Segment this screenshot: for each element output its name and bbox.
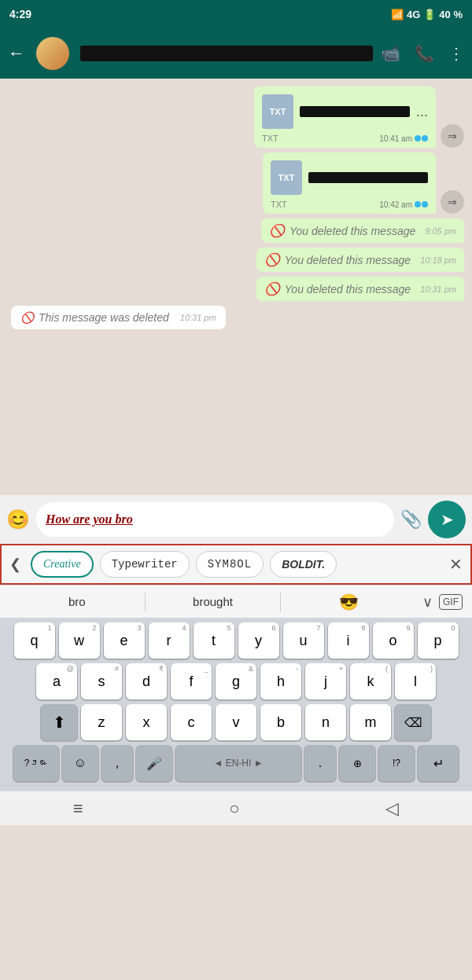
bottom-nav: ≡ ○ ◁: [0, 791, 472, 825]
key-f[interactable]: _f: [171, 663, 212, 699]
message-input[interactable]: How are you bro: [36, 502, 394, 537]
key-c[interactable]: c: [171, 704, 212, 740]
key-v[interactable]: v: [216, 704, 256, 740]
key-q[interactable]: 1q: [14, 622, 55, 659]
status-bar: 4:29 📶 4G 🔋 40 %: [0, 0, 472, 28]
key-k[interactable]: (k: [350, 663, 391, 699]
emoji-button[interactable]: 😊: [6, 508, 30, 530]
send-icon: ➤: [441, 510, 454, 529]
video-call-button[interactable]: 📹: [381, 44, 400, 63]
input-text: How are you bro: [46, 512, 133, 527]
message-row: 🚫 You deleted this message 10:31 pm: [8, 277, 464, 301]
font-selector-row: ❮ Creative Typewriter SYM8OL BOLDIT. ✕: [0, 544, 472, 585]
key-x[interactable]: x: [126, 704, 167, 740]
attach-button[interactable]: 📎: [400, 509, 422, 530]
backspace-key[interactable]: ⌫: [395, 704, 431, 740]
period-key[interactable]: .: [304, 745, 336, 781]
suggestions-row: bro brought 😎 ∨ GIF: [0, 585, 472, 618]
forward-icon[interactable]: ⇒: [441, 190, 464, 214]
key-n[interactable]: n: [305, 704, 346, 740]
comma-key[interactable]: ,: [101, 745, 133, 781]
signal-icon: 📶: [391, 9, 404, 20]
key-y[interactable]: 6y: [238, 622, 279, 659]
key-m[interactable]: m: [350, 704, 391, 740]
key-r[interactable]: 4r: [149, 622, 190, 659]
chat-area: TXT ... TXT 10:41 am ⇒ TXT: [0, 79, 472, 495]
space-key[interactable]: ◄ EN-HI ►: [175, 745, 301, 781]
message-row: 🚫 You deleted this message 10:18 pm: [8, 248, 464, 272]
font-selector-close[interactable]: ✕: [446, 552, 466, 577]
gif-button[interactable]: GIF: [439, 594, 463, 610]
file-name: [300, 106, 410, 117]
send-button[interactable]: ➤: [428, 501, 466, 538]
key-p[interactable]: 0p: [418, 622, 459, 659]
received-deleted-bubble: 🚫 This message was deleted 10:31 pm: [11, 306, 226, 329]
mic-key[interactable]: 🎤: [136, 745, 172, 781]
key-s[interactable]: #s: [81, 663, 122, 699]
key-b[interactable]: b: [260, 704, 301, 740]
key-d[interactable]: ₹d: [126, 663, 167, 699]
suggestion-word2[interactable]: brought: [146, 589, 281, 615]
nav-back-button[interactable]: ◁: [370, 792, 415, 825]
message-bubble: TXT ... TXT 10:41 am: [254, 86, 436, 148]
key-h[interactable]: -h: [260, 663, 301, 699]
message-row: TXT TXT 10:42 am ⇒: [8, 152, 464, 214]
suggestion-emoji[interactable]: 😎: [281, 586, 416, 618]
file-icon: TXT: [271, 160, 302, 195]
suggestion-word1[interactable]: bro: [9, 589, 145, 615]
key-u[interactable]: 7u: [283, 622, 324, 659]
key-z[interactable]: z: [81, 704, 122, 740]
message-row: TXT ... TXT 10:41 am ⇒: [8, 86, 464, 148]
deleted-message-bubble: 🚫 You deleted this message 10:18 pm: [256, 248, 464, 272]
key-j[interactable]: +j: [305, 663, 346, 699]
font-chip-symbol[interactable]: SYM8OL: [196, 551, 264, 578]
keyboard-row-2: @a #s ₹d _f &g -h +j (k )l: [3, 663, 469, 699]
deleted-message-bubble: 🚫 You deleted this message 9:05 pm: [261, 218, 464, 243]
message-row: 🚫 This message was deleted 10:31 pm: [8, 306, 464, 329]
shift-key[interactable]: ⬆: [41, 704, 77, 740]
keyboard: 1q 2w 3e 4r 5t 6y 7u 8i 9o 0p @a #s ₹d _…: [0, 618, 472, 791]
symbols-key[interactable]: ?೨೩: [13, 745, 59, 781]
deleted-icon: 🚫: [264, 252, 280, 267]
back-button[interactable]: ←: [8, 43, 25, 64]
network-type: 4G: [407, 9, 420, 20]
voice-call-button[interactable]: 📞: [415, 44, 434, 63]
key-t[interactable]: 5t: [194, 622, 234, 659]
key-g[interactable]: &g: [216, 663, 256, 699]
key-a[interactable]: @a: [36, 663, 77, 699]
key-w[interactable]: 2w: [59, 622, 100, 659]
keyboard-row-3: ⬆ z x c v b n m ⌫: [3, 704, 469, 740]
font-chip-typewriter[interactable]: Typewriter: [100, 551, 190, 578]
deleted-icon: 🚫: [264, 281, 280, 296]
file-name: [308, 172, 428, 183]
menu-button[interactable]: ⋮: [448, 44, 464, 63]
contact-avatar[interactable]: [36, 37, 69, 70]
suggestion-more-button[interactable]: ∨: [416, 587, 439, 617]
contact-name[interactable]: [80, 46, 373, 61]
deleted-icon: 🚫: [20, 311, 34, 324]
alt-key[interactable]: !?: [378, 745, 415, 781]
font-chip-creative[interactable]: Creative: [31, 551, 94, 578]
file-icon: TXT: [262, 94, 293, 129]
message-time: TXT 10:41 am: [262, 134, 428, 143]
emoji-key[interactable]: ☺: [62, 745, 98, 781]
time-display: 4:29: [9, 8, 31, 20]
font-prev-button[interactable]: ❮: [6, 552, 24, 576]
message-bubble: TXT TXT 10:42 am: [263, 152, 436, 214]
keyboard-bottom-row: ?೨೩ ☺ , 🎤 ◄ EN-HI ► . ⊕ !? ↵: [3, 745, 469, 781]
nav-home-button[interactable]: ○: [213, 792, 255, 825]
battery-icon: 🔋: [423, 9, 436, 20]
key-e[interactable]: 3e: [104, 622, 145, 659]
chat-header: ← 📹 📞 ⋮: [0, 28, 472, 79]
deleted-message-bubble: 🚫 You deleted this message 10:31 pm: [256, 277, 464, 301]
forward-icon[interactable]: ⇒: [441, 124, 464, 148]
keyboard-row-1: 1q 2w 3e 4r 5t 6y 7u 8i 9o 0p: [3, 622, 469, 659]
globe-key[interactable]: ⊕: [339, 745, 375, 781]
nav-menu-button[interactable]: ≡: [57, 792, 99, 825]
key-o[interactable]: 9o: [373, 622, 414, 659]
input-bar: 😊 How are you bro 📎 ➤: [0, 495, 472, 544]
key-i[interactable]: 8i: [328, 622, 369, 659]
font-chip-boldit[interactable]: BOLDIT.: [270, 551, 337, 578]
key-l[interactable]: )l: [395, 663, 436, 699]
enter-key[interactable]: ↵: [418, 745, 459, 781]
